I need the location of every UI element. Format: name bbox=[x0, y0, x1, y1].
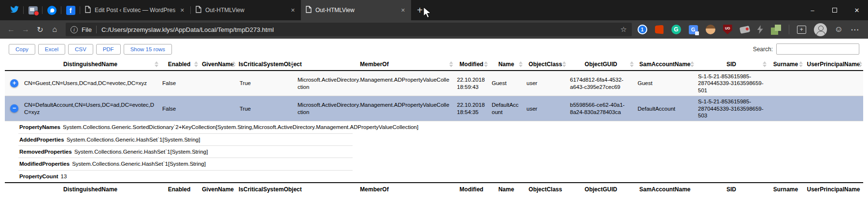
column-footer: Modified bbox=[454, 183, 489, 196]
url-scheme-badge: File bbox=[82, 26, 92, 33]
back-button[interactable]: ← bbox=[4, 22, 18, 37]
column-header-name[interactable]: Name bbox=[489, 58, 524, 71]
tab-title: Out-HTMLView bbox=[315, 7, 396, 14]
ublock-extension-icon[interactable]: UO bbox=[723, 25, 732, 34]
pdf-button[interactable]: PDF bbox=[96, 44, 121, 55]
facebook-icon: f bbox=[66, 6, 75, 15]
excel-button[interactable]: Excel bbox=[38, 44, 65, 55]
column-header-sam-account-name[interactable]: SamAccountName bbox=[635, 58, 695, 71]
column-header-modified[interactable]: Modified bbox=[454, 58, 489, 71]
property-value: System.Collections.Generic.HashSet`1[Sys… bbox=[72, 161, 206, 167]
pinned-tab-facebook[interactable]: f bbox=[61, 0, 80, 20]
close-icon[interactable]: ✕ bbox=[400, 6, 406, 14]
table-cell: CN=DefaultAccount,CN=Users,DC=ad,DC=evot… bbox=[21, 96, 159, 121]
pinned-tab-twitter[interactable] bbox=[5, 0, 23, 20]
translate-extension-icon[interactable]: G bbox=[689, 25, 698, 34]
table-cell: DefaultAccount bbox=[489, 96, 524, 121]
page-icon bbox=[196, 6, 201, 14]
collections-button[interactable]: + bbox=[797, 26, 806, 34]
property-value: System.Collections.Generic.SortedDiction… bbox=[63, 124, 418, 130]
column-label: Modified bbox=[459, 61, 483, 68]
forward-button[interactable]: → bbox=[18, 22, 33, 37]
maximize-button[interactable] bbox=[824, 0, 846, 20]
sort-icon bbox=[519, 61, 523, 67]
search-input[interactable] bbox=[776, 43, 859, 55]
refresh-button[interactable]: ↻ bbox=[33, 22, 47, 37]
table-cell: Guest bbox=[635, 71, 695, 96]
messenger-icon bbox=[47, 6, 57, 15]
column-header-member-of[interactable]: MemberOf bbox=[295, 58, 454, 71]
onepassword-extension-icon[interactable]: 1 bbox=[638, 25, 647, 34]
settings-menu-button[interactable]: ⋯ bbox=[851, 25, 859, 35]
column-footer: Enabled bbox=[159, 183, 199, 196]
close-icon[interactable]: ✕ bbox=[290, 6, 296, 14]
column-footer: GivenName bbox=[199, 183, 237, 196]
feedback-smiley-button[interactable]: ☺ bbox=[835, 25, 843, 34]
sort-icon bbox=[630, 61, 634, 67]
column-header-object-class[interactable]: ObjectClass bbox=[524, 58, 567, 71]
column-label: ObjectClass bbox=[528, 61, 562, 68]
table-info-bar: Showing 1 to 2 of 2 entries 1 row select… bbox=[5, 196, 863, 201]
column-label: SID bbox=[726, 61, 736, 68]
lightning-extension-icon[interactable] bbox=[757, 25, 763, 34]
sort-icon bbox=[290, 61, 294, 67]
pinned-tab-messenger[interactable] bbox=[43, 0, 61, 20]
office-extension-icon[interactable] bbox=[655, 25, 664, 34]
column-footer: Name bbox=[489, 183, 524, 196]
pinned-tabs: f bbox=[0, 0, 80, 20]
favorite-star-icon[interactable]: ☆ bbox=[620, 25, 626, 34]
table-cell: Guest bbox=[489, 71, 524, 96]
info-icon[interactable]: i bbox=[71, 26, 78, 33]
page-content: Copy Excel CSV PDF Show 15 rows Search: … bbox=[0, 39, 868, 201]
tab-out-htmlview-active[interactable]: Out-HTMLView ✕ bbox=[301, 0, 411, 20]
column-footer: IsCriticalSystemObject bbox=[237, 183, 295, 196]
column-header-enabled[interactable]: Enabled bbox=[159, 58, 199, 71]
table-cell: CN=Guest,CN=Users,DC=ad,DC=evotec,DC=xyz bbox=[21, 71, 159, 96]
csv-button[interactable]: CSV bbox=[68, 44, 93, 55]
table-cell: 22.10.2018 18:54:35 bbox=[454, 96, 489, 121]
table-row-defaultaccount-selected[interactable]: − CN=DefaultAccount,CN=Users,DC=ad,DC=ev… bbox=[5, 96, 863, 121]
column-header-object-guid[interactable]: ObjectGUID bbox=[567, 58, 635, 71]
search-area: Search: bbox=[753, 43, 859, 55]
column-header-given-name[interactable]: GivenName bbox=[199, 58, 237, 71]
property-name: AddedProperties bbox=[19, 137, 64, 143]
minimize-button[interactable]: – bbox=[801, 0, 824, 20]
table-row-guest[interactable]: + CN=Guest,CN=Users,DC=ad,DC=evotec,DC=x… bbox=[5, 71, 863, 96]
grammarly-extension-icon[interactable]: G bbox=[671, 25, 681, 34]
column-header-distinguished-name[interactable]: DistinguishedName bbox=[21, 58, 159, 71]
export-buttons: Copy Excel CSV PDF Show 15 rows bbox=[9, 44, 172, 55]
column-header-is-critical-system-object[interactable]: IsCriticalSystemObject bbox=[237, 58, 295, 71]
copy-button[interactable]: Copy bbox=[9, 44, 35, 55]
column-footer: Surname bbox=[768, 183, 804, 196]
property-row: AddedPropertiesSystem.Collections.Generi… bbox=[18, 134, 353, 146]
column-label: DistinguishedName bbox=[63, 61, 117, 68]
collapse-row-button[interactable]: − bbox=[10, 104, 18, 113]
address-bar[interactable]: i File C:/Users/przemyslaw.klys/AppData/… bbox=[66, 23, 632, 36]
property-value: System.Collections.Generic.HashSet`1[Sys… bbox=[67, 137, 200, 143]
camera-extension-icon[interactable] bbox=[740, 26, 750, 34]
sessions-extension-icon[interactable] bbox=[771, 25, 781, 35]
home-button[interactable]: ⌂ bbox=[47, 22, 62, 37]
expand-row-button[interactable]: + bbox=[10, 79, 18, 87]
column-header-sid[interactable]: SID bbox=[695, 58, 768, 71]
table-cell bbox=[199, 96, 237, 121]
tab-edit-post[interactable]: Edit Post ‹ Evotec — WordPress ✕ bbox=[80, 0, 190, 20]
sort-icon bbox=[562, 61, 566, 67]
table-cell: S-1-5-21-853615985-2870445339-3163598659… bbox=[695, 71, 768, 96]
tab-out-htmlview-1[interactable]: Out-HTMLView ✕ bbox=[191, 0, 301, 20]
header-row: DistinguishedName Enabled GivenName IsCr… bbox=[5, 58, 863, 71]
column-header-surname[interactable]: Surname bbox=[768, 58, 804, 71]
avatar-extension-icon[interactable] bbox=[706, 25, 715, 34]
sort-icon bbox=[232, 61, 236, 67]
profile-avatar-button[interactable] bbox=[814, 23, 827, 36]
show-rows-button[interactable]: Show 15 rows bbox=[124, 44, 172, 55]
column-header-user-principal-name[interactable]: UserPrincipalName bbox=[804, 58, 863, 71]
column-footer: UserPrincipalName bbox=[804, 183, 863, 196]
column-label: Surname bbox=[773, 61, 798, 68]
column-label: UserPrincipalName bbox=[807, 61, 860, 68]
tab-title: Out-HTMLView bbox=[205, 7, 286, 14]
window-close-button[interactable]: ✕ bbox=[846, 0, 868, 20]
close-icon[interactable]: ✕ bbox=[179, 6, 185, 14]
table-cell: user bbox=[524, 71, 567, 96]
pinned-tab-app[interactable] bbox=[24, 0, 42, 20]
